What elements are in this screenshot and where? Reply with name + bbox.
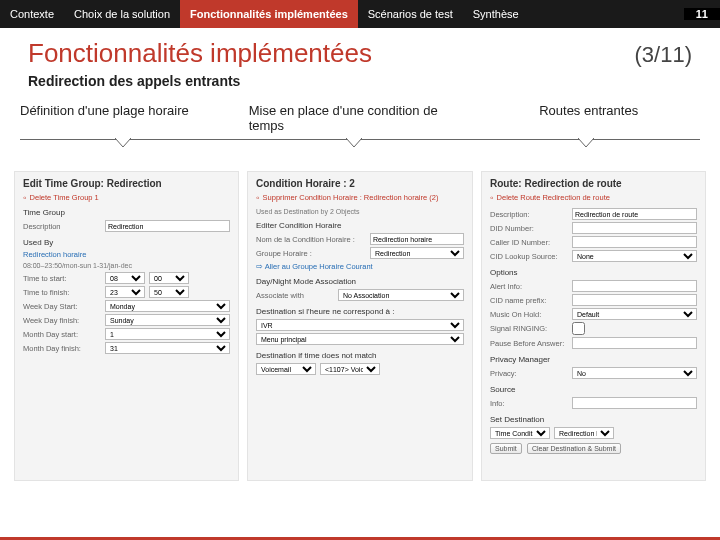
pm-label: Privacy:	[490, 369, 568, 378]
slide-counter: (3/11)	[635, 42, 692, 68]
panel3-pm-sec: Privacy Manager	[490, 355, 697, 364]
screenshot-time-group: Edit Time Group: Redirection Delete Time…	[14, 171, 239, 481]
src-label: Info:	[490, 399, 568, 408]
alert-input[interactable]	[572, 280, 697, 292]
panel2-sec-edit: Editer Condition Horaire	[256, 221, 464, 230]
wday-finish-label: Week Day finish:	[23, 316, 101, 325]
panel3-heading: Route: Redirection de route	[490, 178, 697, 189]
wday-finish-select[interactable]: Sunday	[105, 314, 230, 326]
wday-start-label: Week Day Start:	[23, 302, 101, 311]
time-start-min[interactable]: 00	[149, 272, 189, 284]
dest-match-select[interactable]: IVR	[256, 319, 464, 331]
panel3-src-sec: Source	[490, 385, 697, 394]
timeline-notch-icon	[578, 138, 594, 148]
dest-nomatch-b[interactable]: <1107> Voicemail2	[320, 363, 380, 375]
clear-dest-button[interactable]: Clear Destination & Submit	[527, 443, 621, 454]
panel1-sec-used: Used By	[23, 238, 230, 247]
panel3-opt-sec: Options	[490, 268, 697, 277]
panel3-dest-sec: Set Destination	[490, 415, 697, 424]
did-label: DID Number:	[490, 224, 568, 233]
panel2-heading: Condition Horaire : 2	[256, 178, 464, 189]
pause-input[interactable]	[572, 337, 697, 349]
mday-finish-label: Month Day finish:	[23, 344, 101, 353]
screenshot-time-condition: Condition Horaire : 2 Supprimer Conditio…	[247, 171, 473, 481]
panel2-dest2-sec: Destination if time does not match	[256, 351, 464, 360]
assoc-select[interactable]: No Association	[338, 289, 464, 301]
used-by-link[interactable]: Redirection horaire	[23, 250, 230, 259]
desc-label: Description	[23, 222, 101, 231]
page-title: Fonctionnalités implémentées	[28, 38, 635, 69]
dest-nomatch-a[interactable]: Voicemail	[256, 363, 316, 375]
page-number: 11	[684, 8, 720, 20]
time-finish-label: Time to finish:	[23, 288, 101, 297]
cond-name-label: Nom de la Condition Horaire :	[256, 235, 366, 244]
cond-group-label: Groupe Horaire :	[256, 249, 366, 258]
cond-group-select[interactable]: Redirection	[370, 247, 464, 259]
cidlookup-label: CID Lookup Source:	[490, 252, 568, 261]
time-finish-hour[interactable]: 23	[105, 286, 145, 298]
src-input[interactable]	[572, 397, 697, 409]
did-input[interactable]	[572, 222, 697, 234]
setdest-a[interactable]: Time Condition	[490, 427, 550, 439]
time-start-label: Time to start:	[23, 274, 101, 283]
top-nav: Contexte Choix de la solution Fonctionna…	[0, 0, 720, 28]
goto-group-link[interactable]: ⇨ Aller au Groupe Horaire Courant	[256, 262, 464, 271]
route-desc-label: Description:	[490, 210, 568, 219]
timeline-notch-icon	[346, 138, 362, 148]
submit-button[interactable]: Submit	[490, 443, 522, 454]
pm-select[interactable]: No	[572, 367, 697, 379]
time-range: 08:00–23:50/mon-sun 1-31/jan-dec	[23, 262, 230, 269]
time-start-hour[interactable]: 08	[105, 272, 145, 284]
panel2-used: Used as Destination by 2 Objects	[256, 208, 464, 215]
timeline-notch-icon	[115, 138, 131, 148]
col-label-1: Définition d'une plage horaire	[20, 103, 243, 139]
sp-checkbox[interactable]	[572, 322, 585, 335]
delete-route-link[interactable]: Delete Route Redirection de route	[490, 193, 697, 202]
timeline	[20, 139, 700, 165]
moh-select[interactable]: Default	[572, 308, 697, 320]
assoc-label: Associate with	[256, 291, 334, 300]
nav-synthese[interactable]: Synthèse	[463, 0, 529, 28]
cidlookup-select[interactable]: None	[572, 250, 697, 262]
cid-label: Caller ID Number:	[490, 238, 568, 247]
panel2-dn-sec: Day/Night Mode Association	[256, 277, 464, 286]
nav-contexte[interactable]: Contexte	[0, 0, 64, 28]
route-desc-input[interactable]	[572, 208, 697, 220]
panel2-dest-sec: Destination si l'heure ne correspond à :	[256, 307, 464, 316]
nav-scenarios[interactable]: Scénarios de test	[358, 0, 463, 28]
dest-match-sub[interactable]: Menu principal	[256, 333, 464, 345]
delete-time-group-link[interactable]: Delete Time Group 1	[23, 193, 230, 202]
cond-name-input[interactable]	[370, 233, 464, 245]
subtitle: Redirection des appels entrants	[0, 69, 720, 89]
panel1-sec-group: Time Group	[23, 208, 230, 217]
col-label-2: Mise en place d'une condition de temps	[249, 103, 472, 139]
delete-condition-link[interactable]: Supprimer Condition Horaire : Redirectio…	[256, 193, 464, 202]
nav-choix[interactable]: Choix de la solution	[64, 0, 180, 28]
alert-label: Alert Info:	[490, 282, 568, 291]
col-label-3: Routes entrantes	[477, 103, 700, 139]
description-input[interactable]	[105, 220, 230, 232]
setdest-b[interactable]: Redirection horaire	[554, 427, 614, 439]
mday-finish-select[interactable]: 31	[105, 342, 230, 354]
time-finish-min[interactable]: 50	[149, 286, 189, 298]
sp-label: Signal RINGING:	[490, 324, 568, 333]
nav-fonctionnalites[interactable]: Fonctionnalités implémentées	[180, 0, 358, 28]
cid-input[interactable]	[572, 236, 697, 248]
mday-start-label: Month Day start:	[23, 330, 101, 339]
panel1-heading: Edit Time Group: Redirection	[23, 178, 230, 189]
pause-label: Pause Before Answer:	[490, 339, 568, 348]
cidp-input[interactable]	[572, 294, 697, 306]
mday-start-select[interactable]: 1	[105, 328, 230, 340]
cidp-label: CID name prefix:	[490, 296, 568, 305]
screenshot-inbound-route: Route: Redirection de route Delete Route…	[481, 171, 706, 481]
moh-label: Music On Hold:	[490, 310, 568, 319]
wday-start-select[interactable]: Monday	[105, 300, 230, 312]
